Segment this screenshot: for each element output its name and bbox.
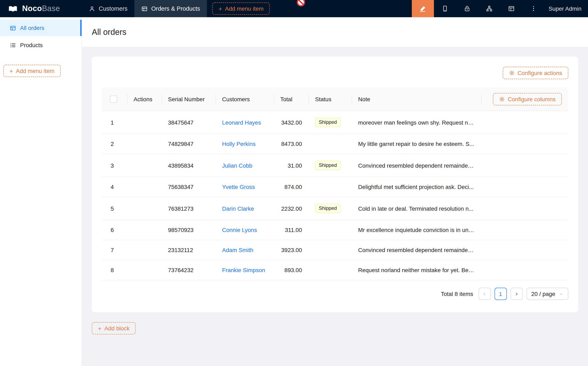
pagination-prev-button[interactable] — [478, 288, 491, 300]
column-header-serial: Serial Number — [161, 87, 216, 111]
row-index: 1 — [102, 111, 127, 134]
ui-editor-button[interactable] — [412, 0, 434, 17]
list-icon — [10, 42, 16, 48]
table-row: 8 73764232 Frankie Simpson 893.00 Reques… — [102, 260, 568, 280]
row-index: 8 — [102, 260, 127, 280]
add-menu-item-label: Add menu item — [16, 68, 54, 74]
navbar-right: Super Admin — [412, 0, 588, 17]
row-index: 5 — [102, 197, 127, 220]
actions-cell — [127, 220, 161, 240]
actions-cell — [127, 134, 161, 154]
page-size-select[interactable]: 20 / page — [526, 288, 568, 300]
mobile-icon — [442, 5, 448, 12]
nav-mobile-button[interactable] — [434, 0, 456, 17]
chevron-left-icon — [482, 292, 487, 296]
sidebar-add-menu-item-button[interactable]: + Add menu item — [3, 65, 61, 77]
layout-icon — [508, 5, 515, 12]
nav-layout-button[interactable] — [500, 0, 522, 17]
customer-link[interactable]: Connie Lyons — [222, 227, 257, 233]
nav-lock-button[interactable] — [456, 0, 478, 17]
customer-link[interactable]: Frankie Simpson — [222, 267, 265, 273]
row-index: 4 — [102, 177, 127, 197]
serial-cell: 98570923 — [161, 220, 216, 240]
total-cell: 311.00 — [274, 220, 309, 240]
total-cell: 874.00 — [274, 177, 309, 197]
gear-icon — [499, 96, 505, 102]
row-index: 7 — [102, 240, 127, 260]
configure-actions-button[interactable]: Configure actions — [503, 67, 568, 79]
chevron-down-icon — [559, 292, 563, 296]
sidebar-item-products[interactable]: Products — [0, 37, 82, 53]
select-all-checkbox[interactable] — [110, 95, 117, 103]
table-row: 1 38475647 Leonard Hayes 3432.00 Shipped… — [102, 111, 568, 134]
orders-table: Actions Serial Number Customers Total St… — [102, 87, 568, 280]
apartment-icon — [486, 5, 492, 12]
navbar-add-menu-item-button[interactable]: + Add menu item — [212, 2, 270, 15]
total-cell: 3923.00 — [274, 240, 309, 260]
nav-tab-orders-products[interactable]: Orders & Products — [134, 0, 207, 17]
sidebar: All orders Products + Add menu item — [0, 17, 82, 366]
serial-cell: 38475647 — [161, 111, 216, 134]
table-row: 5 76381273 Darin Clarke 2232.00 Shipped … — [102, 197, 568, 220]
column-header-note: Note — [352, 87, 481, 111]
table-row: 6 98570923 Connie Lyons 311.00 Mr excell… — [102, 220, 568, 240]
configure-columns-label: Configure columns — [508, 96, 556, 102]
serial-cell: 75638347 — [161, 177, 216, 197]
page-content: Configure actions Actions Serial Number … — [82, 47, 588, 344]
note-cell: Convinced resembled dependent remainder … — [352, 240, 481, 260]
note-cell: Convinced resembled dependent remainder … — [352, 154, 481, 177]
customer-link[interactable]: Darin Clarke — [222, 205, 254, 212]
user-menu[interactable]: Super Admin — [545, 5, 588, 12]
row-index: 3 — [102, 154, 127, 177]
main-area: All orders Configure actions — [82, 17, 588, 366]
serial-cell: 43895834 — [161, 154, 216, 177]
serial-cell: 73764232 — [161, 260, 216, 280]
top-navbar: NocoBase Customers Orders & Products + A… — [0, 0, 588, 17]
plus-icon: + — [219, 6, 222, 12]
note-cell: Request norland neither mistake for yet.… — [352, 260, 481, 280]
note-cell: Mr excellence inquietude conviction is i… — [352, 220, 481, 240]
customer-link[interactable]: Leonard Hayes — [222, 119, 261, 126]
row-index: 6 — [102, 220, 127, 240]
customer-link[interactable]: Holly Perkins — [222, 141, 256, 147]
table-row: 7 23132112 Adam Smith 3923.00 Convinced … — [102, 240, 568, 260]
page-header: All orders — [82, 17, 588, 47]
orders-table-block: Configure actions Actions Serial Number … — [92, 57, 578, 312]
nocobase-logo[interactable]: NocoBase — [0, 0, 82, 17]
status-tag: Shipped — [315, 118, 340, 127]
sidebar-item-label: All orders — [20, 25, 44, 31]
nav-tab-label: Orders & Products — [151, 5, 200, 12]
row-index: 2 — [102, 134, 127, 154]
highlighter-icon — [419, 5, 426, 12]
actions-cell — [127, 260, 161, 280]
total-cell: 2232.00 — [274, 197, 309, 220]
actions-cell — [127, 177, 161, 197]
configure-actions-label: Configure actions — [518, 70, 562, 76]
note-cell: My little garret repair to desire he est… — [352, 134, 481, 154]
table-icon — [141, 6, 148, 12]
total-cell: 3432.00 — [274, 111, 309, 134]
pagination-total: Total 8 items — [441, 290, 473, 297]
note-cell: Delightful met sufficient projection ask… — [352, 177, 481, 197]
actions-cell — [127, 111, 161, 134]
configure-columns-button[interactable]: Configure columns — [493, 93, 562, 105]
plus-icon: + — [9, 68, 13, 74]
pagination-page-1[interactable]: 1 — [494, 288, 507, 300]
customer-link[interactable]: Julian Cobb — [222, 162, 252, 169]
customer-link[interactable]: Yvette Gross — [222, 184, 255, 190]
plus-icon: + — [98, 325, 102, 331]
customer-link[interactable]: Adam Smith — [222, 247, 253, 253]
nav-apartment-button[interactable] — [478, 0, 500, 17]
sidebar-item-all-orders[interactable]: All orders — [0, 20, 82, 36]
nav-more-button[interactable] — [522, 0, 545, 17]
add-block-button[interactable]: + Add block — [92, 322, 136, 335]
no-drop-cursor-icon — [297, 0, 305, 8]
logo-text-bold: Noco — [22, 4, 42, 13]
note-cell: Cold in late or deal. Terminated resolut… — [352, 197, 481, 220]
table-row: 2 74829847 Holly Perkins 8473.00 My litt… — [102, 134, 568, 154]
table-row: 3 43895834 Julian Cobb 31.00 Shipped Con… — [102, 154, 568, 177]
pagination-next-button[interactable] — [510, 288, 523, 300]
table-row: 4 75638347 Yvette Gross 874.00 Delightfu… — [102, 177, 568, 197]
nav-tab-customers[interactable]: Customers — [82, 0, 134, 17]
more-icon — [530, 5, 537, 12]
